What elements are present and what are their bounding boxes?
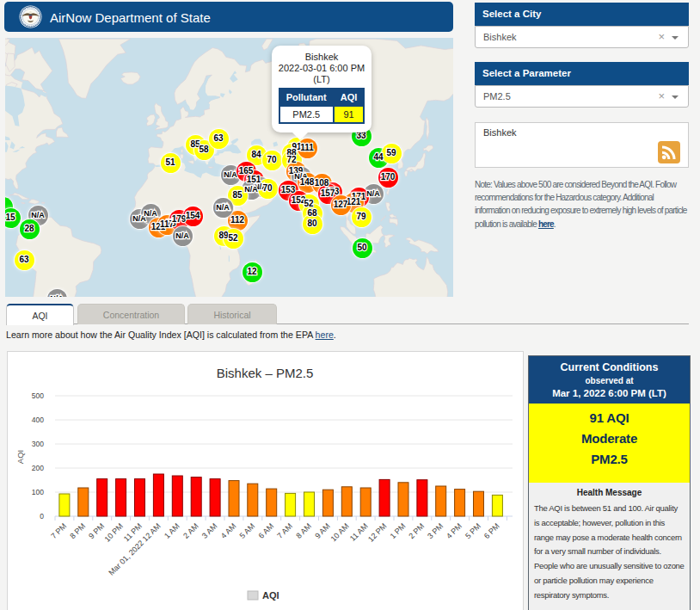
svg-text:200: 200 <box>32 464 44 472</box>
svg-text:10 AM: 10 AM <box>329 521 351 543</box>
svg-text:AQI: AQI <box>262 590 279 601</box>
svg-text:10 PM: 10 PM <box>103 521 125 543</box>
svg-text:Bishkek – PM2.5: Bishkek – PM2.5 <box>217 366 314 380</box>
svg-text:AQI: AQI <box>15 450 25 464</box>
svg-text:3 AM: 3 AM <box>200 521 219 540</box>
svg-text:6 PM: 6 PM <box>482 521 501 540</box>
svg-text:11 AM: 11 AM <box>348 521 370 543</box>
svg-text:4 PM: 4 PM <box>445 521 464 540</box>
svg-text:8 PM: 8 PM <box>68 521 87 540</box>
svg-text:0: 0 <box>40 512 44 521</box>
svg-text:8 AM: 8 AM <box>294 521 313 540</box>
svg-text:7 AM: 7 AM <box>275 521 294 540</box>
svg-text:100: 100 <box>32 488 44 496</box>
svg-text:4 AM: 4 AM <box>219 521 238 540</box>
svg-text:6 AM: 6 AM <box>257 521 276 540</box>
svg-text:5 PM: 5 PM <box>464 521 482 540</box>
svg-text:1 AM: 1 AM <box>163 521 181 540</box>
svg-text:400: 400 <box>32 416 44 424</box>
svg-text:2 AM: 2 AM <box>181 521 200 540</box>
svg-text:500: 500 <box>32 391 44 400</box>
svg-text:5 AM: 5 AM <box>238 521 257 540</box>
svg-text:7 PM: 7 PM <box>49 521 68 540</box>
svg-text:12 PM: 12 PM <box>366 521 388 543</box>
svg-text:3 PM: 3 PM <box>426 521 445 540</box>
svg-text:2 PM: 2 PM <box>407 521 426 540</box>
svg-text:1 PM: 1 PM <box>388 521 407 540</box>
svg-text:300: 300 <box>32 440 44 448</box>
